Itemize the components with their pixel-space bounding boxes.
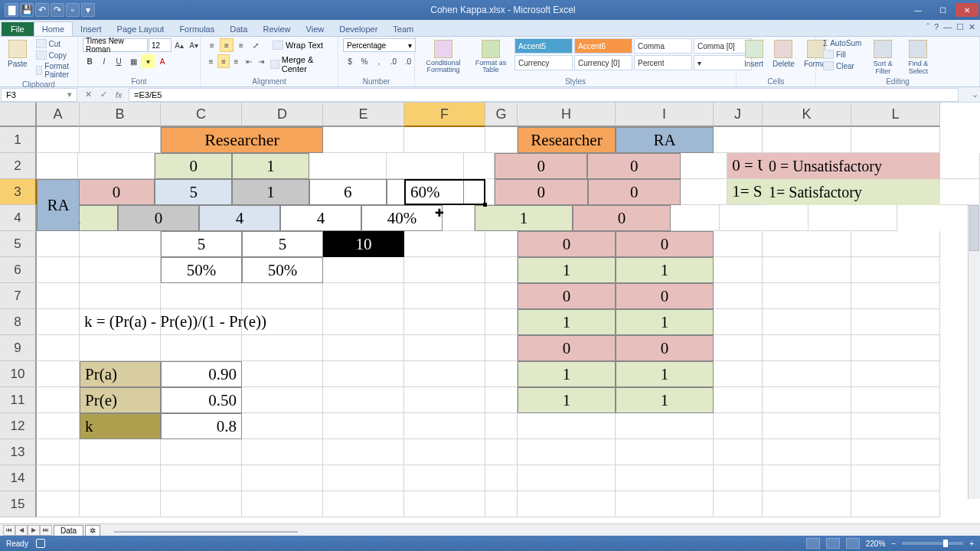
indent-inc-icon[interactable]: ⇥: [256, 54, 267, 68]
underline-button[interactable]: U: [112, 54, 126, 68]
hscroll-thumb[interactable]: [114, 531, 298, 533]
row-header-13[interactable]: 13: [0, 439, 37, 465]
cell-E5[interactable]: 10: [323, 231, 404, 257]
cell-J15[interactable]: [714, 491, 763, 517]
cell-G6[interactable]: [485, 257, 518, 283]
cell-L8[interactable]: [851, 309, 940, 335]
macro-record-icon[interactable]: [36, 539, 45, 548]
cell-G8[interactable]: [485, 309, 518, 335]
cell-A10[interactable]: [37, 361, 80, 387]
cell-A2[interactable]: [37, 153, 78, 179]
cell-K3-span[interactable]: 1= Satisfactory: [763, 179, 940, 205]
paste-button[interactable]: Paste: [5, 38, 31, 70]
cell-E6[interactable]: [323, 257, 404, 283]
cell-L10[interactable]: [851, 361, 940, 387]
zoom-in-icon[interactable]: +: [969, 540, 974, 548]
cell-J5[interactable]: [714, 231, 763, 257]
cell-H14[interactable]: [518, 465, 616, 491]
cell-D3[interactable]: 1: [232, 179, 309, 205]
cell-G10[interactable]: [485, 361, 518, 387]
cell-L5[interactable]: [851, 231, 940, 257]
decrease-decimal-icon[interactable]: .0: [401, 54, 415, 68]
style-currency0[interactable]: Currency [0]: [574, 55, 632, 70]
vscroll-thumb[interactable]: [969, 205, 979, 251]
cell-D7[interactable]: [242, 283, 323, 309]
increase-decimal-icon[interactable]: .0: [387, 54, 400, 68]
zoom-out-icon[interactable]: −: [891, 540, 896, 548]
tab-team[interactable]: Team: [385, 22, 421, 36]
merge-center-button[interactable]: Merge & Center: [268, 54, 333, 74]
fill-button[interactable]: Fill: [821, 49, 864, 60]
font-name-select[interactable]: Times New Roman: [83, 38, 148, 52]
cell-J10[interactable]: [714, 361, 763, 387]
minimize-ribbon-icon[interactable]: ˆ: [926, 22, 929, 32]
cell-K4[interactable]: [720, 205, 808, 231]
cell-K13[interactable]: [763, 439, 851, 465]
cell-L15[interactable]: [851, 491, 940, 517]
new-sheet-button[interactable]: ✲: [85, 525, 100, 536]
cell-D12[interactable]: [242, 413, 323, 439]
cell-A14[interactable]: [37, 465, 80, 491]
cell-J4[interactable]: [671, 205, 720, 231]
cell-G5[interactable]: [485, 231, 518, 257]
cell-I9[interactable]: 0: [616, 335, 714, 361]
cell-B8[interactable]: k = (Pr(a) - Pr(e))/(1 - Pr(e)): [80, 309, 161, 335]
close-button[interactable]: ✕: [956, 3, 978, 17]
cell-I15[interactable]: [616, 491, 714, 517]
tab-file[interactable]: File: [2, 22, 34, 36]
cell-I10[interactable]: 1: [616, 361, 714, 387]
format-painter-button[interactable]: Format Painter: [34, 61, 76, 80]
cell-G2[interactable]: [464, 153, 495, 179]
cell-K10[interactable]: [763, 361, 851, 387]
cell-A13[interactable]: [37, 439, 80, 465]
cell-G13[interactable]: [485, 439, 518, 465]
cell-L1[interactable]: [851, 127, 940, 153]
cell-J3[interactable]: [681, 179, 727, 205]
sheet-tab-data[interactable]: Data: [54, 525, 83, 536]
cell-K9[interactable]: [763, 335, 851, 361]
cell-B6[interactable]: [80, 257, 161, 283]
cell-K2-span[interactable]: 0 = Unsatisfactory: [763, 153, 940, 179]
grow-font-icon[interactable]: A▴: [172, 38, 186, 52]
cell-F9[interactable]: [404, 335, 485, 361]
cell-F7[interactable]: [404, 283, 485, 309]
new-icon[interactable]: ▫: [66, 3, 80, 17]
row-header-10[interactable]: 10: [0, 361, 37, 387]
delete-cells-button[interactable]: Delete: [769, 38, 798, 70]
font-size-select[interactable]: 12: [149, 38, 172, 52]
cell-K12[interactable]: [763, 413, 851, 439]
cell-I13[interactable]: [616, 439, 714, 465]
cell-J6[interactable]: [714, 257, 763, 283]
cell-K14[interactable]: [763, 465, 851, 491]
cell-A1[interactable]: [37, 127, 80, 153]
col-header-J[interactable]: J: [714, 103, 763, 127]
enter-formula-icon[interactable]: ✓: [96, 89, 110, 101]
cell-C9[interactable]: [161, 335, 242, 361]
cell-H12[interactable]: [518, 413, 616, 439]
cell-G12[interactable]: [485, 413, 518, 439]
cell-K5[interactable]: [763, 231, 851, 257]
row-header-6[interactable]: 6: [0, 257, 37, 283]
name-box[interactable]: F3▾: [1, 88, 77, 102]
align-center-icon[interactable]: ≡: [217, 54, 229, 68]
cell-I12[interactable]: [616, 413, 714, 439]
cell-B1[interactable]: [80, 127, 161, 153]
help-icon[interactable]: ?: [934, 22, 939, 32]
view-layout-icon[interactable]: [826, 538, 840, 549]
clear-button[interactable]: Clear: [821, 60, 864, 71]
save-icon[interactable]: 💾: [20, 3, 34, 17]
cell-I1[interactable]: RA: [616, 127, 714, 153]
cell-C14[interactable]: [161, 465, 242, 491]
cell-D9[interactable]: [242, 335, 323, 361]
cell-K6[interactable]: [763, 257, 851, 283]
tab-view[interactable]: View: [299, 22, 332, 36]
cell-B12[interactable]: k: [80, 413, 161, 439]
cell-D15[interactable]: [242, 491, 323, 517]
cell-A5[interactable]: [37, 231, 80, 257]
redo-icon[interactable]: ↷: [51, 3, 64, 17]
cell-F14[interactable]: [404, 465, 485, 491]
fx-icon[interactable]: fx: [112, 89, 126, 101]
row-header-3[interactable]: 3: [0, 179, 37, 205]
cell-F15[interactable]: [404, 491, 485, 517]
cell-L4[interactable]: [808, 205, 897, 231]
